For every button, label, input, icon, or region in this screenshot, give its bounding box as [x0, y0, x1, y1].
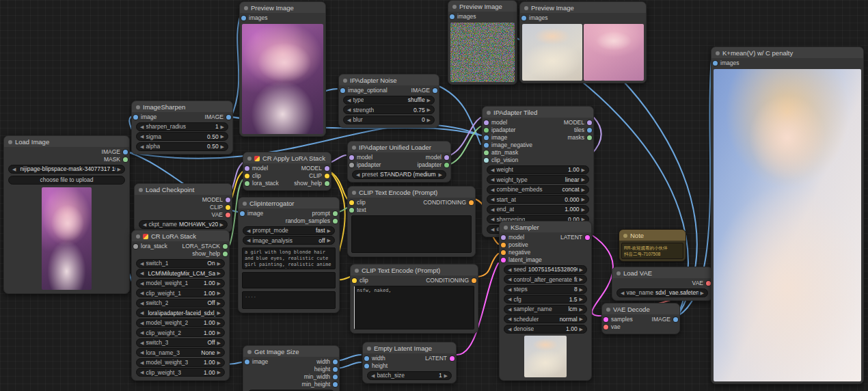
output-slot-IMAGE[interactable]: IMAGE — [411, 87, 439, 94]
collapse-dot-icon[interactable] — [616, 271, 621, 275]
slot-dot-icon[interactable] — [123, 157, 128, 162]
input-slot-clip_vision[interactable]: clip_vision — [483, 157, 532, 164]
input-slot-image_negative[interactable]: image_negative — [483, 141, 532, 149]
widget-control_after_generate[interactable]: ◀control_after_generatefixed▶ — [504, 275, 587, 284]
node-title-bar[interactable]: K+mean(V) w/ C penalty — [711, 47, 863, 58]
slot-dot-icon[interactable] — [223, 252, 228, 256]
slot-dot-icon[interactable] — [245, 174, 249, 178]
node-title-bar[interactable]: IPAdapter Unified Loader — [348, 141, 450, 152]
widget-right-arrow-icon[interactable]: ▶ — [217, 269, 221, 277]
node-load-vae[interactable]: Load VAE VAE ◀vae_namesdxl_vae.safetenso… — [612, 267, 713, 301]
slot-dot-icon[interactable] — [501, 258, 506, 262]
collapse-dot-icon[interactable] — [504, 226, 508, 230]
slot-dot-icon[interactable] — [226, 115, 231, 120]
node-get-image-size[interactable]: Get Image Size imagewidthheightmin_width… — [243, 345, 340, 391]
widget-right-arrow-icon[interactable]: ▶ — [427, 96, 431, 104]
widget-combo[interactable]: ◀nijipage-blipspace-mask-34077317 100000… — [8, 165, 125, 174]
input-slot-image[interactable]: image — [483, 134, 532, 141]
widget-combo[interactable]: ◀LCM\MilutegMix_LCM_Sampler.safetensors▶ — [136, 269, 225, 278]
output-slot-VAE[interactable]: VAE — [692, 280, 712, 287]
widget-left-arrow-icon[interactable]: ◀ — [491, 166, 494, 174]
widget-right-arrow-icon[interactable]: ▶ — [217, 368, 221, 376]
widget-left-arrow-icon[interactable]: ◀ — [143, 221, 146, 228]
widget-right-arrow-icon[interactable]: ▶ — [221, 143, 224, 150]
slot-dot-icon[interactable] — [325, 166, 329, 171]
output-slot-CLIP[interactable]: CLIP — [202, 204, 232, 211]
slot-dot-icon[interactable] — [521, 16, 526, 21]
slot-dot-icon[interactable] — [352, 278, 357, 283]
collapse-dot-icon[interactable] — [8, 140, 12, 144]
input-slot-model[interactable]: model — [243, 165, 279, 172]
input-slot-text[interactable]: text — [348, 206, 366, 214]
output-slot-masks[interactable]: masks — [564, 134, 593, 141]
node-note[interactable]: Note RR-欢迎观看的小伙伴 抖音二号-7107508 — [619, 229, 686, 262]
output-slot-CONDITIONING[interactable]: CONDITIONING — [423, 199, 475, 206]
widget-right-arrow-icon[interactable]: ▶ — [701, 289, 704, 297]
slot-dot-icon[interactable] — [349, 155, 354, 160]
collapse-dot-icon[interactable] — [606, 308, 610, 312]
widget-left-arrow-icon[interactable]: ◀ — [140, 349, 144, 356]
widget-scheduler[interactable]: ◀schedulernormal▶ — [504, 314, 587, 323]
widget-left-arrow-icon[interactable]: ◀ — [491, 226, 494, 233]
slot-dot-icon[interactable] — [325, 181, 329, 186]
widget-right-arrow-icon[interactable]: ▶ — [327, 237, 331, 244]
widget-clip_weight_2[interactable]: ◀clip_weight_21.00▶ — [136, 328, 225, 337]
input-slot-lora_stack[interactable]: lora_stack — [132, 243, 167, 250]
widget-right-arrow-icon[interactable]: ▶ — [221, 133, 224, 140]
widget-left-arrow-icon[interactable]: ◀ — [356, 171, 360, 178]
output-slot-show_help[interactable]: show_help — [182, 250, 229, 258]
widget-left-arrow-icon[interactable]: ◀ — [347, 96, 351, 104]
slot-dot-icon[interactable] — [241, 16, 246, 21]
input-slot-images[interactable]: images — [711, 59, 739, 67]
output-slot-ipadapter[interactable]: ipadapter — [418, 161, 450, 169]
widget-left-arrow-icon[interactable]: ◀ — [347, 106, 351, 113]
input-slot-lora_stack[interactable]: lora_stack — [243, 180, 279, 187]
widget-left-arrow-icon[interactable]: ◀ — [140, 329, 144, 336]
widget-right-arrow-icon[interactable]: ▶ — [220, 221, 223, 228]
slot-dot-icon[interactable] — [450, 356, 455, 361]
output-slot-prompt[interactable]: prompt — [286, 210, 339, 217]
widget-blur[interactable]: ◀blur0▶ — [343, 116, 435, 124]
input-slot-height[interactable]: height — [363, 362, 388, 370]
widget-right-arrow-icon[interactable]: ▶ — [582, 166, 585, 174]
widget-denoise[interactable]: ◀denoise1.00▶ — [504, 325, 587, 334]
slot-dot-icon[interactable] — [484, 128, 489, 133]
output-slot-random_samples[interactable]: random_samples — [286, 217, 339, 225]
widget-start_at[interactable]: ◀start_at0.000▶ — [487, 195, 589, 204]
slot-dot-icon[interactable] — [333, 219, 338, 224]
widget-left-arrow-icon[interactable]: ◀ — [140, 289, 144, 297]
slot-dot-icon[interactable] — [340, 88, 345, 93]
slot-dot-icon[interactable] — [325, 174, 329, 178]
slot-dot-icon[interactable] — [484, 120, 489, 125]
widget-right-arrow-icon[interactable]: ▶ — [580, 315, 583, 323]
node-title-bar[interactable]: ImageSharpen — [132, 101, 232, 112]
collapse-dot-icon[interactable] — [247, 157, 252, 161]
input-slot-images[interactable]: images — [520, 14, 547, 22]
input-slot-positive[interactable]: positive — [500, 241, 542, 249]
slot-dot-icon[interactable] — [245, 181, 249, 186]
output-slot-MODEL[interactable]: MODEL — [564, 119, 593, 126]
widget-left-arrow-icon[interactable]: ◀ — [140, 143, 144, 150]
slot-dot-icon[interactable] — [133, 244, 138, 249]
widget-left-arrow-icon[interactable]: ◀ — [491, 215, 494, 223]
widget-switch_3[interactable]: ◀switch_3Off▶ — [136, 338, 225, 347]
input-slot-image[interactable]: image — [243, 358, 268, 366]
output-slot-min_width[interactable]: min_width — [301, 373, 339, 381]
widget-left-arrow-icon[interactable]: ◀ — [247, 227, 250, 234]
node-image-sharpen[interactable]: ImageSharpen imageIMAGE ◀sharpen_radius1… — [131, 100, 233, 154]
input-slot-image[interactable]: image — [132, 113, 157, 121]
widget-type[interactable]: ◀typeshuffle▶ — [343, 96, 435, 105]
widget-left-arrow-icon[interactable]: ◀ — [621, 289, 624, 297]
collapse-dot-icon[interactable] — [343, 79, 347, 83]
collapse-dot-icon[interactable] — [136, 105, 140, 109]
slot-dot-icon[interactable] — [587, 120, 592, 125]
node-kmean-preview[interactable]: K+mean(V) w/ C penalty images — [711, 46, 864, 384]
input-slot-negative[interactable]: negative — [500, 249, 542, 256]
slot-dot-icon[interactable] — [364, 364, 369, 368]
slot-dot-icon[interactable] — [713, 61, 718, 66]
widget-left-arrow-icon[interactable]: ◀ — [508, 306, 511, 313]
slot-dot-icon[interactable] — [501, 250, 506, 255]
output-slot-MODEL[interactable]: MODEL — [202, 196, 232, 204]
upload-button[interactable]: choose file to upload — [8, 176, 125, 185]
node-title-bar[interactable]: CLIP Text Encode (Prompt) — [351, 265, 478, 275]
